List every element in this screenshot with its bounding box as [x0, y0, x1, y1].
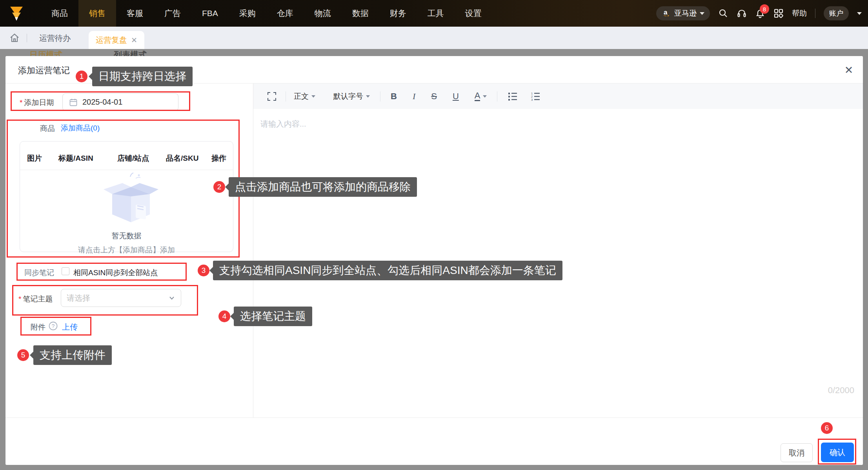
callout-circle-6: 6 — [821, 422, 833, 434]
font-size-dropdown[interactable]: 默认字号 — [333, 91, 370, 102]
topic-select[interactable]: 请选择 — [61, 289, 181, 307]
main-menu: 商品 销售 客服 广告 FBA 采购 仓库 物流 数据 财务 工具 设置 — [41, 0, 492, 27]
callout-tip-4: 选择笔记主题 — [234, 307, 312, 326]
empty-state-hint: 请点击上方【添加商品】添加 — [20, 245, 233, 255]
menu-item-service[interactable]: 客服 — [116, 0, 154, 27]
tab-bar: 运营待办 运营复盘 ✕ — [0, 27, 868, 49]
menu-item-sales[interactable]: 销售 — [78, 0, 116, 27]
col-title-asin: 标题/ASIN — [58, 153, 93, 163]
nav-right-cluster: a 亚马逊 8 — [656, 0, 862, 27]
menu-item-logistics[interactable]: 物流 — [304, 0, 342, 27]
top-nav: 商品 销售 客服 广告 FBA 采购 仓库 物流 数据 财务 工具 设置 a 亚… — [0, 0, 868, 27]
empty-box-illustration — [100, 172, 162, 231]
sync-checkbox-label[interactable]: 相同ASIN同步到全部站点 — [73, 268, 158, 278]
menu-item-fba[interactable]: FBA — [191, 0, 229, 27]
add-note-dialog: 添加运营笔记 ✕ *添加日期 2025-04-01 1 日期支持跨日选择 商品 … — [5, 56, 863, 465]
attachment-field-label: 附件 — [31, 322, 45, 332]
search-icon[interactable] — [718, 8, 728, 18]
screen: 商品 销售 客服 广告 FBA 采购 仓库 物流 数据 财务 工具 设置 a 亚… — [0, 0, 868, 470]
topic-select-placeholder: 请选择 — [67, 293, 168, 303]
col-store-site: 店铺/站点 — [117, 153, 149, 163]
strikethrough-button[interactable]: S — [431, 91, 437, 102]
callout-circle-3: 3 — [198, 265, 209, 276]
question-circle-icon[interactable]: ? — [49, 321, 58, 330]
menu-item-tools[interactable]: 工具 — [417, 0, 455, 27]
tab-operation-review[interactable]: 运营复盘 ✕ — [89, 31, 144, 49]
select-chevron-down-icon — [168, 294, 175, 301]
chevron-down-icon — [700, 12, 704, 15]
platform-switcher[interactable]: a 亚马逊 — [656, 6, 710, 20]
callout-circle-1: 1 — [76, 71, 87, 82]
bullet-list-icon[interactable] — [508, 91, 518, 102]
tab-divider — [27, 34, 27, 42]
help-link[interactable]: 帮助 — [792, 8, 807, 18]
bold-button[interactable]: B — [391, 91, 397, 102]
date-value: 2025-04-01 — [82, 98, 122, 107]
editor-placeholder[interactable]: 请输入内容... — [260, 119, 306, 129]
paragraph-style-dropdown[interactable]: 正文 — [294, 91, 315, 102]
editor-toolbar: 正文 默认字号 B I S U A 123 — [253, 83, 863, 109]
notification-badge: 8 — [760, 4, 769, 14]
col-actions: 操作 — [211, 153, 226, 163]
col-image: 图片 — [27, 153, 42, 163]
menu-item-purchase[interactable]: 采购 — [229, 0, 266, 27]
product-table: 图片 标题/ASIN 店铺/站点 品名/SKU 操作 暂无数据 — [20, 141, 233, 252]
account-menu[interactable]: 账户 — [824, 6, 849, 20]
app-grid-icon[interactable] — [773, 8, 784, 18]
add-product-link[interactable]: 添加商品(0) — [61, 123, 100, 133]
svg-text:?: ? — [52, 323, 55, 329]
support-headset-icon[interactable] — [737, 8, 747, 18]
table-header-divider — [20, 170, 233, 170]
callout-circle-4: 4 — [218, 310, 230, 322]
required-mark: * — [18, 295, 21, 303]
notifications[interactable]: 8 — [755, 8, 765, 18]
italic-button[interactable]: I — [413, 91, 415, 102]
callout-tip-2: 点击添加商品也可将添加的商品移除 — [229, 177, 417, 197]
app-logo-icon[interactable] — [7, 4, 26, 23]
platform-label: 亚马逊 — [674, 8, 697, 18]
menu-item-data[interactable]: 数据 — [342, 0, 379, 27]
calendar-icon — [69, 98, 78, 107]
date-input[interactable]: 2025-04-01 — [62, 93, 178, 111]
col-name-sku: 品名/SKU — [166, 153, 198, 163]
account-label: 账户 — [829, 9, 843, 18]
svg-text:a: a — [664, 9, 668, 16]
product-field-label: 商品 — [40, 123, 55, 134]
callout-circle-5: 5 — [17, 349, 29, 361]
callout-tip-3: 支持勾选相同ASIN同步到全站点、勾选后相同ASIN都会添加一条笔记 — [213, 261, 562, 280]
fullscreen-icon[interactable] — [267, 91, 277, 102]
home-icon[interactable] — [9, 32, 20, 44]
font-color-dropdown[interactable]: A — [475, 91, 487, 101]
menu-item-warehouse[interactable]: 仓库 — [266, 0, 304, 27]
account-chevron-down-icon[interactable] — [857, 12, 862, 15]
char-counter: 0/2000 — [828, 385, 854, 396]
ordered-list-icon[interactable]: 123 — [530, 91, 540, 102]
amazon-icon: a — [662, 9, 671, 18]
menu-item-ads[interactable]: 广告 — [154, 0, 191, 27]
callout-tip-5: 支持上传附件 — [33, 345, 112, 365]
svg-text:3: 3 — [531, 98, 533, 102]
cancel-button[interactable]: 取消 — [781, 443, 813, 462]
column-divider — [253, 83, 253, 417]
topic-field-label: *笔记主题 — [18, 294, 53, 304]
tab-operation-todo[interactable]: 运营待办 — [39, 33, 71, 44]
callout-circle-2: 2 — [213, 181, 225, 193]
menu-item-products[interactable]: 商品 — [41, 0, 78, 27]
menu-item-finance[interactable]: 财务 — [379, 0, 417, 27]
required-mark: * — [20, 98, 22, 107]
empty-state-title: 暂无数据 — [20, 231, 233, 241]
date-field-label: *添加日期 — [20, 98, 54, 108]
confirm-button[interactable]: 确认 — [821, 443, 854, 462]
tab-close-icon[interactable]: ✕ — [131, 36, 137, 45]
nav-divider — [815, 9, 815, 18]
tab-label: 运营复盘 — [96, 35, 127, 45]
sync-field-label: 同步笔记 — [24, 268, 54, 278]
upload-link[interactable]: 上传 — [62, 322, 78, 332]
menu-item-settings[interactable]: 设置 — [455, 0, 492, 27]
underline-button[interactable]: U — [453, 91, 459, 102]
sync-checkbox[interactable] — [62, 267, 69, 275]
dialog-close-icon[interactable]: ✕ — [840, 62, 857, 79]
dialog-title: 添加运营笔记 — [18, 65, 70, 76]
footer-divider — [5, 417, 863, 418]
callout-tip-1: 日期支持跨日选择 — [92, 67, 193, 86]
